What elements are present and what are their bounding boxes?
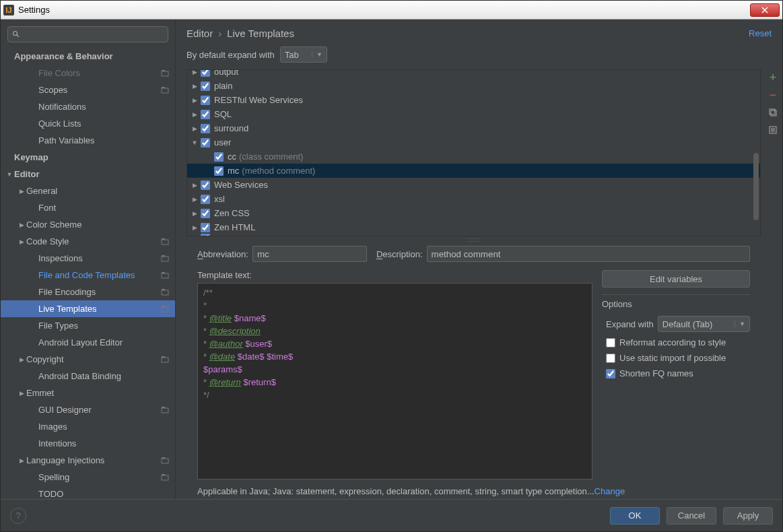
template-checkbox[interactable]	[201, 234, 210, 236]
template-checkbox[interactable]	[201, 96, 210, 105]
sidebar-item[interactable]: File Types	[1, 317, 175, 334]
sidebar-item[interactable]: ▶Emmet	[1, 385, 175, 401]
svg-rect-20	[162, 457, 165, 459]
template-row[interactable]: ▶Web Services	[187, 178, 760, 192]
svg-rect-1	[162, 71, 168, 76]
sidebar-item[interactable]: Quick Lists	[1, 115, 175, 132]
sidebar-item[interactable]: Spelling	[1, 469, 175, 486]
settings-tree[interactable]: Appearance & BehaviorFile ColorsScopesNo…	[1, 48, 175, 499]
search-icon	[12, 30, 20, 38]
sidebar-item-label: Color Scheme	[26, 220, 170, 230]
template-list[interactable]: ▶output▶plain▶RESTful Web Services▶SQL▶s…	[186, 69, 761, 236]
remove-button[interactable]: −	[768, 90, 778, 100]
template-row[interactable]: ▶RESTful Web Services	[187, 93, 760, 107]
template-row[interactable]: cc (class comment)	[187, 149, 760, 164]
sidebar-item[interactable]: ▶General	[1, 182, 175, 199]
cancel-button[interactable]: Cancel	[667, 507, 716, 525]
copy-button[interactable]	[768, 107, 778, 118]
template-checkbox[interactable]	[201, 195, 210, 204]
sidebar-item[interactable]: Path Variables	[1, 132, 175, 149]
sidebar-item[interactable]: Android Layout Editor	[1, 334, 175, 351]
template-row[interactable]: ▶output	[187, 69, 760, 79]
template-row[interactable]: ▶surround	[187, 121, 760, 135]
sidebar-item[interactable]: Font	[1, 199, 175, 216]
template-row[interactable]: ▶Zen CSS	[187, 206, 760, 220]
reformat-label: Reformat according to style	[619, 337, 726, 347]
shorten-fq-checkbox[interactable]	[606, 369, 615, 378]
template-checkbox[interactable]	[214, 166, 224, 176]
template-checkbox[interactable]	[201, 124, 210, 133]
svg-rect-9	[162, 273, 168, 278]
copy-icon	[768, 108, 778, 117]
sidebar-item[interactable]: Inspections	[1, 250, 175, 267]
settings-button[interactable]	[768, 125, 778, 135]
list-actions: + −	[763, 69, 782, 499]
expand-default-select[interactable]: Tab▼	[280, 46, 327, 63]
breadcrumb-leaf: Live Templates	[227, 28, 294, 39]
template-desc: (class comment)	[239, 152, 303, 162]
ok-button[interactable]: OK	[610, 507, 660, 525]
sidebar-item[interactable]: File Encodings	[1, 284, 175, 300]
reset-link[interactable]: Reset	[749, 28, 772, 38]
template-row[interactable]: ▶SQL	[187, 107, 760, 121]
template-checkbox[interactable]	[201, 223, 210, 232]
sidebar-item[interactable]: Scopes	[1, 81, 175, 98]
template-name: surround	[214, 123, 248, 133]
expand-with-select[interactable]: Default (Tab)▼	[658, 316, 750, 332]
template-desc: (method comment)	[242, 166, 315, 176]
template-checkbox[interactable]	[201, 81, 210, 91]
template-checkbox[interactable]	[201, 110, 210, 119]
main-panel: Editor › Live Templates Reset By default…	[176, 20, 782, 499]
sidebar-item[interactable]: Appearance & Behavior	[1, 48, 175, 65]
expand-arrow-icon: ▶	[190, 224, 199, 231]
reformat-checkbox[interactable]	[606, 338, 615, 347]
splitter[interactable]: ∷∷∷	[186, 236, 761, 243]
sidebar-item[interactable]: ▶Copyright	[1, 351, 175, 368]
template-name: user	[214, 137, 231, 147]
template-row[interactable]: ▶Zen HTML	[187, 220, 760, 234]
template-checkbox[interactable]	[214, 152, 224, 162]
template-row[interactable]: ▶plain	[187, 79, 760, 93]
search-input[interactable]	[7, 26, 168, 42]
template-checkbox[interactable]	[201, 138, 210, 147]
close-button[interactable]	[750, 3, 780, 17]
sidebar-item[interactable]: Images	[1, 418, 175, 435]
sidebar-item[interactable]: Intentions	[1, 435, 175, 452]
sidebar-item[interactable]: ▶Code Style	[1, 233, 175, 250]
template-row[interactable]: ▶Zen XSL	[187, 234, 760, 236]
sidebar-item-label: Keymap	[14, 152, 170, 162]
sidebar-item[interactable]: Android Data Binding	[1, 368, 175, 385]
sidebar-item[interactable]: Live Templates	[1, 300, 175, 317]
expand-arrow-icon: ▶	[190, 69, 199, 75]
scrollbar[interactable]	[753, 153, 759, 220]
sidebar-item[interactable]: Notifications	[1, 98, 175, 115]
sidebar-item[interactable]: ▼Editor	[1, 166, 175, 182]
sidebar-item[interactable]: File Colors	[1, 65, 175, 81]
template-row[interactable]: mc (method comment)	[187, 164, 760, 178]
expand-arrow-icon: ▶	[17, 222, 26, 228]
template-text-editor[interactable]: /** * * @title $name$ * @description * @…	[197, 283, 592, 479]
window-title: Settings	[18, 5, 750, 15]
static-import-checkbox[interactable]	[606, 354, 615, 363]
add-button[interactable]: +	[768, 72, 778, 83]
sidebar-item[interactable]: GUI Designer	[1, 401, 175, 418]
sidebar-item-label: File Encodings	[38, 287, 160, 297]
sidebar-item[interactable]: ▶Color Scheme	[1, 216, 175, 233]
sidebar-item[interactable]: ▶Language Injections	[1, 452, 175, 469]
template-checkbox[interactable]	[201, 209, 210, 218]
abbrev-input[interactable]	[252, 246, 367, 262]
svg-rect-15	[162, 358, 168, 362]
edit-variables-button[interactable]: Edit variables	[602, 270, 750, 288]
change-context-link[interactable]: Change	[594, 486, 625, 496]
template-row[interactable]: ▶xsl	[187, 192, 760, 206]
apply-button[interactable]: Apply	[723, 507, 773, 525]
project-scope-icon	[160, 86, 170, 95]
template-row[interactable]: ▼user	[187, 135, 760, 149]
desc-input[interactable]	[427, 246, 750, 262]
template-checkbox[interactable]	[201, 180, 210, 190]
help-button[interactable]: ?	[10, 508, 26, 524]
sidebar-item[interactable]: File and Code Templates	[1, 267, 175, 284]
template-checkbox[interactable]	[201, 69, 210, 77]
sidebar-item[interactable]: TODO	[1, 486, 175, 499]
sidebar-item[interactable]: Keymap	[1, 149, 175, 166]
